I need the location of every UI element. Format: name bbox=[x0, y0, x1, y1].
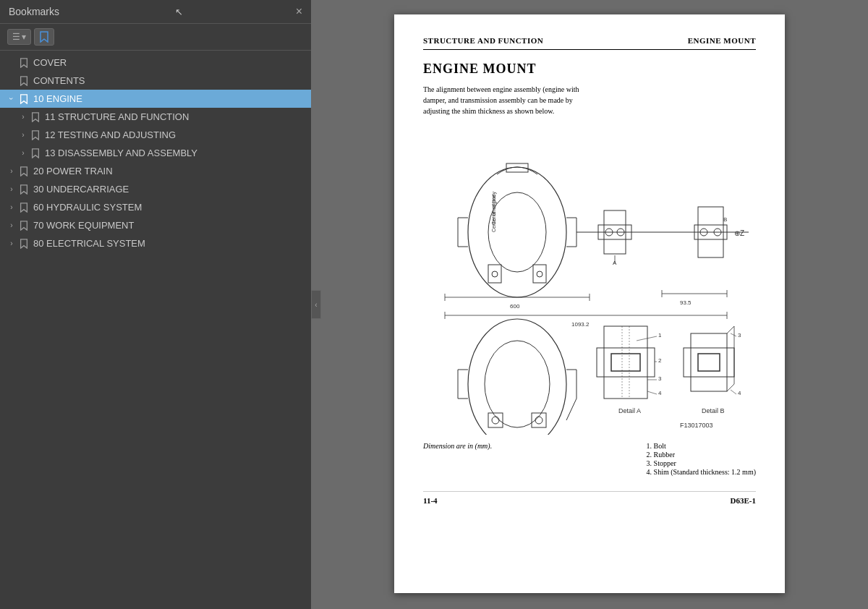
svg-line-57 bbox=[647, 391, 657, 394]
bookmark-icon-13-disassembly bbox=[29, 148, 42, 158]
bookmark-30-undercarriage[interactable]: 30 UNDERCARRIAGE bbox=[0, 180, 311, 198]
bookmark-icon-30-undercarriage bbox=[17, 184, 30, 195]
svg-text:3: 3 bbox=[658, 375, 662, 382]
bookmark-60-hydraulic[interactable]: 60 HYDRAULIC SYSTEM bbox=[0, 198, 311, 216]
arrow-20-power-train bbox=[6, 167, 17, 175]
document-page: STRUCTURE AND FUNCTION ENGINE MOUNT ENGI… bbox=[394, 14, 785, 593]
engine-mount-diagram: Center of engine Center of body A bbox=[423, 131, 756, 435]
bookmark-10-engine[interactable]: 10 ENGINE bbox=[0, 90, 311, 108]
svg-point-38 bbox=[492, 417, 499, 424]
list-view-button[interactable]: ☰ ▾ bbox=[7, 29, 31, 45]
main-content: STRUCTURE AND FUNCTION ENGINE MOUNT ENGI… bbox=[311, 0, 868, 609]
svg-text:Center of body: Center of body bbox=[491, 192, 497, 225]
bookmark-label-80-electrical: 80 ELECTRICAL SYSTEM bbox=[33, 238, 145, 249]
bookmark-label-70-work-equipment: 70 WORK EQUIPMENT bbox=[33, 220, 134, 231]
bookmark-80-electrical[interactable]: 80 ELECTRICAL SYSTEM bbox=[0, 234, 311, 252]
bookmark-label-12-testing: 12 TESTING AND ADJUSTING bbox=[45, 129, 176, 140]
bookmark-icon-12-testing bbox=[29, 130, 42, 140]
legend-list: 1. Bolt 2. Rubber 3. Stopper 4. Shim (St… bbox=[647, 442, 756, 477]
cursor-icon: ↖ bbox=[175, 7, 183, 17]
page-header-left: STRUCTURE AND FUNCTION bbox=[423, 36, 543, 45]
svg-rect-59 bbox=[691, 333, 727, 391]
arrow-13-disassembly bbox=[17, 149, 29, 157]
svg-point-39 bbox=[535, 417, 542, 424]
svg-text:Detail B: Detail B bbox=[702, 407, 725, 414]
svg-point-1 bbox=[488, 192, 546, 272]
bookmark-label-60-hydraulic: 60 HYDRAULIC SYSTEM bbox=[33, 202, 142, 213]
page-body-text: The alignment between engine assembly (e… bbox=[423, 84, 582, 116]
svg-text:1: 1 bbox=[658, 332, 662, 338]
bookmark-13-disassembly[interactable]: 13 DISASSEMBLY AND ASSEMBLY bbox=[0, 144, 311, 162]
bookmark-icon-cover bbox=[17, 58, 30, 68]
legend-area: Dimension are in (mm). 1. Bolt 2. Rubber… bbox=[423, 442, 756, 477]
arrow-60-hydraulic bbox=[6, 203, 17, 211]
bookmark-label-contents: CONTENTS bbox=[33, 75, 85, 86]
svg-point-34 bbox=[468, 319, 566, 435]
diagram-area: Center of engine Center of body A bbox=[423, 131, 756, 435]
bookmark-icon-button[interactable] bbox=[34, 28, 54, 46]
dropdown-arrow: ▾ bbox=[22, 32, 26, 42]
bookmark-12-testing[interactable]: 12 TESTING AND ADJUSTING bbox=[0, 126, 311, 144]
svg-rect-36 bbox=[488, 413, 503, 427]
svg-rect-3 bbox=[533, 265, 546, 283]
svg-text:4: 4 bbox=[658, 390, 662, 396]
bookmark-label-cover: COVER bbox=[33, 57, 67, 68]
legend-item-1: 1. Bolt bbox=[647, 442, 756, 450]
svg-rect-45 bbox=[604, 326, 647, 399]
arrow-12-testing bbox=[17, 131, 29, 139]
svg-line-51 bbox=[637, 336, 657, 341]
bookmark-icon-20-power-train bbox=[17, 166, 30, 176]
svg-text:⊕Z: ⊕Z bbox=[734, 229, 744, 237]
page-number: 11-4 bbox=[423, 496, 438, 505]
bookmark-70-work-equipment[interactable]: 70 WORK EQUIPMENT bbox=[0, 216, 311, 234]
svg-point-4 bbox=[492, 271, 498, 277]
arrow-70-work-equipment bbox=[6, 221, 17, 229]
svg-line-63 bbox=[731, 333, 736, 336]
page-title: ENGINE MOUNT bbox=[423, 61, 756, 77]
svg-text:1093.2: 1093.2 bbox=[571, 321, 590, 328]
svg-text:4: 4 bbox=[738, 390, 741, 396]
list-icon: ☰ bbox=[12, 32, 20, 42]
svg-line-65 bbox=[731, 390, 736, 394]
svg-point-0 bbox=[468, 167, 566, 297]
bookmark-icon-11-structure bbox=[29, 112, 42, 122]
arrow-30-undercarriage bbox=[6, 185, 17, 193]
svg-text:2: 2 bbox=[658, 357, 662, 364]
svg-rect-46 bbox=[597, 348, 655, 377]
svg-text:B: B bbox=[723, 216, 727, 223]
svg-text:3: 3 bbox=[738, 332, 741, 338]
svg-rect-61 bbox=[698, 354, 720, 371]
svg-text:F13017003: F13017003 bbox=[680, 422, 713, 429]
arrow-80-electrical bbox=[6, 239, 17, 247]
sidebar-title: Bookmarks bbox=[9, 6, 59, 17]
bookmark-20-power-train[interactable]: 20 POWER TRAIN bbox=[0, 162, 311, 180]
legend-item-3: 3. Stopper bbox=[647, 459, 756, 467]
svg-text:Detail A: Detail A bbox=[618, 407, 641, 414]
collapse-sidebar-button[interactable]: ‹ bbox=[311, 290, 321, 319]
bookmark-icon-10-engine bbox=[17, 94, 30, 104]
sidebar-close-button[interactable]: × bbox=[296, 6, 302, 17]
sidebar: Bookmarks ↖ × ☰ ▾ COVER bbox=[0, 0, 311, 609]
svg-rect-37 bbox=[532, 413, 546, 427]
bookmark-label-10-engine: 10 ENGINE bbox=[33, 93, 82, 104]
page-header: STRUCTURE AND FUNCTION ENGINE MOUNT bbox=[423, 36, 756, 50]
arrow-10-engine bbox=[6, 95, 17, 103]
svg-rect-2 bbox=[488, 265, 501, 283]
arrow-11-structure bbox=[17, 113, 29, 121]
legend-item-2: 2. Rubber bbox=[647, 451, 756, 459]
bookmark-cover[interactable]: COVER bbox=[0, 54, 311, 72]
bookmark-11-structure[interactable]: 11 STRUCTURE AND FUNCTION bbox=[0, 108, 311, 126]
page-header-right: ENGINE MOUNT bbox=[688, 36, 756, 45]
bookmark-icon-80-electrical bbox=[17, 239, 30, 249]
svg-point-5 bbox=[537, 271, 542, 277]
bookmark-label-13-disassembly: 13 DISASSEMBLY AND ASSEMBLY bbox=[45, 148, 197, 158]
page-code: D63E-1 bbox=[731, 496, 756, 505]
bookmark-icon-contents bbox=[17, 76, 30, 86]
sidebar-toolbar: ☰ ▾ bbox=[0, 24, 311, 51]
bookmark-svg-icon bbox=[39, 31, 49, 43]
bookmark-label-20-power-train: 20 POWER TRAIN bbox=[33, 166, 113, 176]
bookmark-contents[interactable]: CONTENTS bbox=[0, 72, 311, 90]
bookmark-icon-70-work-equipment bbox=[17, 221, 30, 231]
bookmark-icon-60-hydraulic bbox=[17, 203, 30, 213]
svg-text:93.5: 93.5 bbox=[680, 299, 692, 306]
